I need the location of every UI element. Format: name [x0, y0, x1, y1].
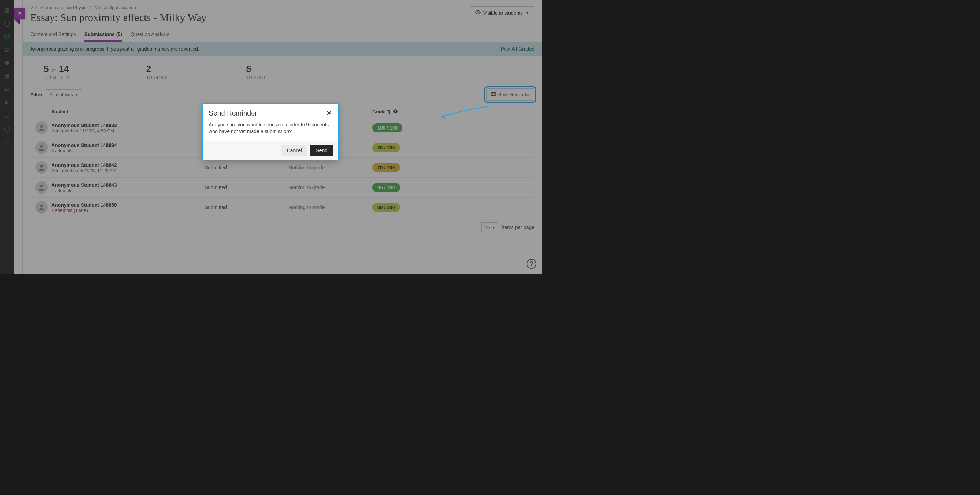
modal-body: Are you sure you want to send a reminder…	[203, 119, 338, 141]
modal-close-button[interactable]: ✕	[326, 109, 332, 117]
send-button[interactable]: Send	[310, 145, 333, 156]
cancel-button[interactable]: Cancel	[281, 145, 308, 156]
send-reminder-modal: Send Reminder ✕ Are you sure you want to…	[202, 103, 339, 160]
modal-footer: Cancel Send	[203, 141, 338, 159]
close-icon: ✕	[326, 109, 332, 117]
modal-title: Send Reminder	[209, 109, 257, 117]
